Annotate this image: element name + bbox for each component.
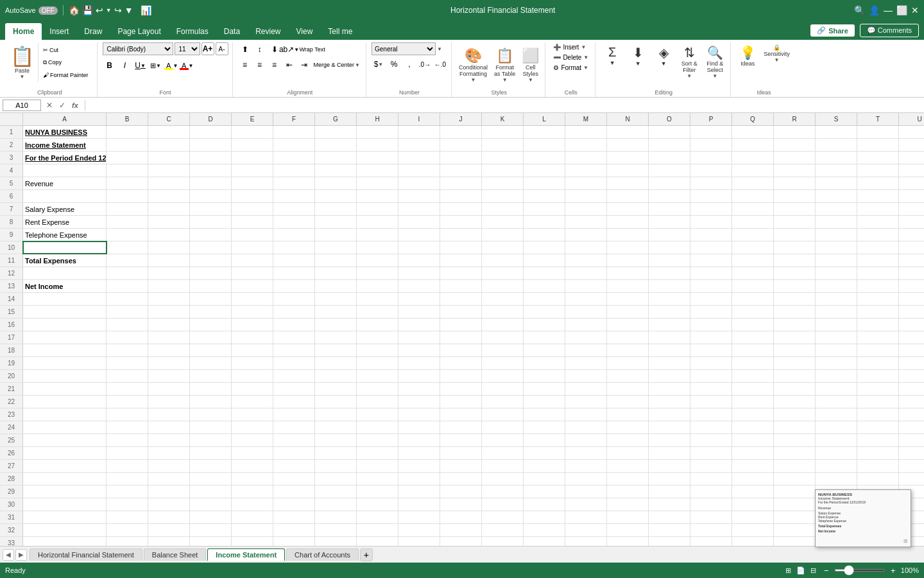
cell-q6[interactable] xyxy=(732,190,774,202)
cell-g32[interactable] xyxy=(315,524,357,536)
cell-j29[interactable] xyxy=(440,486,482,498)
cell-e21[interactable] xyxy=(232,383,273,395)
left-align-button[interactable]: ≡ xyxy=(238,58,252,72)
cell-t1[interactable] xyxy=(857,126,899,138)
cell-u25[interactable] xyxy=(899,434,924,446)
cell-r16[interactable] xyxy=(774,319,816,331)
cell-k19[interactable] xyxy=(482,357,524,369)
cell-q19[interactable] xyxy=(732,357,774,369)
cell-d25[interactable] xyxy=(190,434,232,446)
cell-e5[interactable] xyxy=(232,177,273,189)
cell-j30[interactable] xyxy=(440,498,482,511)
cell-h24[interactable] xyxy=(357,421,398,434)
cell-b18[interactable] xyxy=(107,344,148,356)
cell-h21[interactable] xyxy=(357,383,398,395)
cell-u5[interactable] xyxy=(899,177,924,189)
cell-e25[interactable] xyxy=(232,434,273,446)
cell-h6[interactable] xyxy=(357,190,398,202)
cell-p33[interactable] xyxy=(690,537,732,546)
cell-k27[interactable] xyxy=(482,460,524,472)
cell-n29[interactable] xyxy=(607,486,649,498)
cell-m9[interactable] xyxy=(565,229,607,241)
cell-m30[interactable] xyxy=(565,498,607,511)
cell-d3[interactable] xyxy=(190,152,232,164)
cell-f16[interactable] xyxy=(273,319,315,331)
underline-button[interactable]: U▼ xyxy=(133,58,148,73)
right-align-button[interactable]: ≡ xyxy=(268,58,282,72)
cell-q24[interactable] xyxy=(732,421,774,434)
cell-n26[interactable] xyxy=(607,447,649,459)
cell-m3[interactable] xyxy=(565,152,607,164)
cell-a18[interactable] xyxy=(23,344,107,356)
col-header-d[interactable]: D xyxy=(190,113,232,125)
cell-d15[interactable] xyxy=(190,306,232,318)
cell-l18[interactable] xyxy=(524,344,565,356)
cell-m2[interactable] xyxy=(565,139,607,151)
cell-m21[interactable] xyxy=(565,383,607,395)
cell-s8[interactable] xyxy=(816,216,857,228)
col-header-e[interactable]: E xyxy=(232,113,273,125)
undo-dropdown-icon[interactable]: ▼ xyxy=(106,7,112,13)
font-family-select[interactable]: Calibri (Body) xyxy=(103,42,173,55)
cell-c20[interactable] xyxy=(148,370,190,382)
cell-h29[interactable] xyxy=(357,486,398,498)
cell-l14[interactable] xyxy=(524,293,565,305)
cell-k4[interactable] xyxy=(482,164,524,177)
cell-c6[interactable] xyxy=(148,190,190,202)
cell-p26[interactable] xyxy=(690,447,732,459)
cell-k33[interactable] xyxy=(482,537,524,546)
cell-l12[interactable] xyxy=(524,267,565,279)
cell-b9[interactable] xyxy=(107,229,148,241)
cell-c29[interactable] xyxy=(148,486,190,498)
cell-l4[interactable] xyxy=(524,164,565,177)
cell-k14[interactable] xyxy=(482,293,524,305)
search-icon[interactable]: 🔍 xyxy=(854,5,865,15)
merge-center-button[interactable]: Merge & Center ▼ xyxy=(312,61,362,69)
cell-e8[interactable] xyxy=(232,216,273,228)
cell-k22[interactable] xyxy=(482,396,524,408)
cell-n22[interactable] xyxy=(607,396,649,408)
cell-b29[interactable] xyxy=(107,486,148,498)
cell-o16[interactable] xyxy=(649,319,690,331)
cell-d24[interactable] xyxy=(190,421,232,434)
cell-k9[interactable] xyxy=(482,229,524,241)
cell-q18[interactable] xyxy=(732,344,774,356)
cell-n1[interactable] xyxy=(607,126,649,138)
cell-i14[interactable] xyxy=(398,293,440,305)
cell-d21[interactable] xyxy=(190,383,232,395)
sheet-tab-balance-sheet[interactable]: Balance Sheet xyxy=(144,548,207,561)
cell-o14[interactable] xyxy=(649,293,690,305)
cell-s11[interactable] xyxy=(816,254,857,267)
cell-j26[interactable] xyxy=(440,447,482,459)
cell-r1[interactable] xyxy=(774,126,816,138)
cell-m19[interactable] xyxy=(565,357,607,369)
cell-d14[interactable] xyxy=(190,293,232,305)
cell-b2[interactable] xyxy=(107,139,148,151)
cell-n23[interactable] xyxy=(607,408,649,421)
cell-n12[interactable] xyxy=(607,267,649,279)
cell-o29[interactable] xyxy=(649,486,690,498)
cell-o32[interactable] xyxy=(649,524,690,536)
cell-u24[interactable] xyxy=(899,421,924,434)
cell-o9[interactable] xyxy=(649,229,690,241)
cell-g9[interactable] xyxy=(315,229,357,241)
cell-l1[interactable] xyxy=(524,126,565,138)
cell-p9[interactable] xyxy=(690,229,732,241)
cell-u11[interactable] xyxy=(899,254,924,267)
cell-j25[interactable] xyxy=(440,434,482,446)
cell-i23[interactable] xyxy=(398,408,440,421)
cell-p11[interactable] xyxy=(690,254,732,267)
cell-d11[interactable] xyxy=(190,254,232,267)
col-header-j[interactable]: J xyxy=(440,113,482,125)
cell-u10[interactable] xyxy=(899,241,924,254)
cell-j13[interactable] xyxy=(440,280,482,292)
cell-j11[interactable] xyxy=(440,254,482,267)
cell-h23[interactable] xyxy=(357,408,398,421)
cell-b7[interactable] xyxy=(107,203,148,215)
cell-e18[interactable] xyxy=(232,344,273,356)
minimize-icon[interactable]: — xyxy=(884,5,893,15)
ideas-button[interactable]: 💡 Ideas xyxy=(736,42,759,69)
cell-s23[interactable] xyxy=(816,408,857,421)
col-header-l[interactable]: L xyxy=(524,113,565,125)
cell-m31[interactable] xyxy=(565,511,607,523)
